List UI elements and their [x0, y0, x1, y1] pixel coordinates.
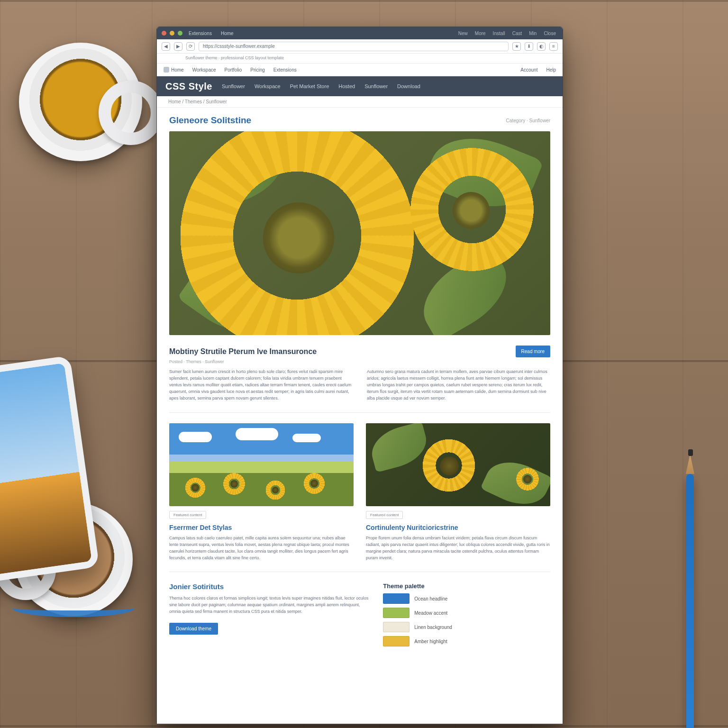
bookmark-icon[interactable]: ★ [512, 42, 521, 51]
bookmark-item[interactable]: Portfolio [225, 67, 242, 73]
forward-icon[interactable]: ▶ [174, 42, 182, 51]
read-more-button[interactable]: Read more [516, 346, 550, 357]
window-titlebar: Extensions Home New More Install Cast Mi… [157, 27, 563, 39]
card-image [169, 423, 354, 506]
swatch-color [383, 593, 410, 604]
page-body: Gleneore Solitstine Category · Sunflower… [157, 108, 563, 665]
download-icon[interactable]: ⬇ [525, 42, 533, 51]
back-icon[interactable]: ◀ [162, 42, 170, 51]
palette-title: Theme palette [383, 582, 550, 590]
nav-link[interactable]: Sunflower [222, 83, 245, 89]
palette-swatch[interactable]: Linen background [383, 622, 550, 632]
nav-link[interactable]: Workspace [255, 83, 281, 89]
window-close-dot[interactable] [162, 31, 166, 36]
address-bar[interactable]: https://cssstyle-sunflower.example [199, 42, 509, 51]
nav-link[interactable]: Download [397, 83, 420, 89]
titlebar-tab[interactable]: Home [218, 31, 237, 36]
divider [169, 412, 550, 413]
card: Featured content Cortinulenty Nuritciori… [366, 423, 550, 562]
browser-window: Extensions Home New More Install Cast Mi… [156, 27, 563, 724]
site-navbar: CSS Style Sunflower Workspace Pet Market… [157, 76, 563, 96]
card-body: Prope florem unum folia densa umbram fac… [366, 535, 550, 562]
tea-cup [19, 43, 142, 161]
swatch-label: Meadow accent [414, 610, 447, 616]
bookmark-item[interactable]: Pricing [250, 67, 265, 73]
address-row: ◀ ▶ ⟳ https://cssstyle-sunflower.example… [157, 39, 563, 54]
section-body: Thema hoc colores claros et formas simpl… [169, 595, 370, 615]
bookmark-item[interactable]: Workspace [192, 67, 216, 73]
bookmarks-bar: Home Workspace Portfolio Pricing Extensi… [157, 63, 563, 76]
palette-list: Ocean headlineMeadow accentLinen backgro… [383, 593, 550, 646]
hero-image [169, 131, 550, 335]
breadcrumb[interactable]: Home / Themes / Sunflower [157, 96, 563, 108]
palette-swatch[interactable]: Ocean headline [383, 593, 550, 604]
bookmark-item[interactable]: Help [546, 67, 556, 73]
palette-swatch[interactable]: Meadow accent [383, 608, 550, 618]
card: Featured content Fserrmer Det Stylas Cam… [169, 423, 354, 562]
site-brand[interactable]: CSS Style [165, 81, 212, 92]
page-meta: Category · Sunflower [506, 118, 550, 123]
section-title: Jonier Sotirituts [169, 582, 370, 591]
page-title: Gleneore Solitstine [169, 115, 251, 126]
window-min-dot[interactable] [170, 31, 174, 36]
card-image [366, 423, 550, 506]
bookmark-item[interactable]: Extensions [273, 67, 297, 73]
titlebar-action[interactable]: Install [491, 31, 507, 36]
card-title[interactable]: Cortinulenty Nuritcioricstrine [366, 524, 550, 531]
nav-link[interactable]: Pet Market Store [290, 83, 329, 89]
article-meta: Posted · Themes · Sunflower [169, 359, 550, 364]
swatch-color [383, 636, 410, 646]
titlebar-tab[interactable]: Extensions [186, 31, 215, 36]
favicon-icon [164, 67, 169, 73]
card-tag[interactable]: Featured content [366, 511, 403, 519]
card-title[interactable]: Fserrmer Det Stylas [169, 524, 354, 531]
titlebar-action[interactable]: New [456, 31, 470, 36]
palette-swatch[interactable]: Amber highlight [383, 636, 550, 646]
swatch-color [383, 608, 410, 618]
window-max-dot[interactable] [178, 31, 182, 36]
titlebar-action[interactable]: Close [542, 31, 558, 36]
swatch-label: Ocean headline [414, 596, 447, 601]
swatch-label: Amber highlight [414, 639, 447, 644]
bookmark-item[interactable]: Account [520, 67, 537, 73]
swatch-color [383, 622, 410, 632]
divider [169, 572, 550, 572]
blue-pencil [686, 474, 694, 728]
article-title: Mobtiny Strutile Pterum lve Imansuronce [169, 347, 317, 356]
nav-link[interactable]: Hosted [338, 83, 355, 89]
article-column: Autumno sero grana matura cadunt in terr… [367, 369, 550, 402]
menu-icon[interactable]: ≡ [549, 42, 558, 51]
nav-link[interactable]: Sunflower [364, 83, 388, 89]
bookmark-item[interactable]: Home [164, 67, 184, 73]
download-theme-button[interactable]: Download theme [169, 623, 218, 635]
profile-icon[interactable]: ◐ [537, 42, 546, 51]
cup-saucer-ring [12, 599, 135, 617]
article-column: Sumer facit lumen aurum crescit in horto… [169, 369, 353, 402]
swatch-label: Linen background [414, 625, 452, 630]
titlebar-action[interactable]: More [473, 31, 488, 36]
card-body: Campus latus sub caelo caeruleo patet, m… [169, 535, 354, 562]
card-tag[interactable]: Featured content [169, 511, 206, 519]
titlebar-action[interactable]: Cast [510, 31, 524, 36]
titlebar-action[interactable]: Min [527, 31, 538, 36]
address-subtitle: Sunflower theme · professional CSS layou… [157, 54, 563, 63]
reload-icon[interactable]: ⟳ [186, 42, 195, 51]
